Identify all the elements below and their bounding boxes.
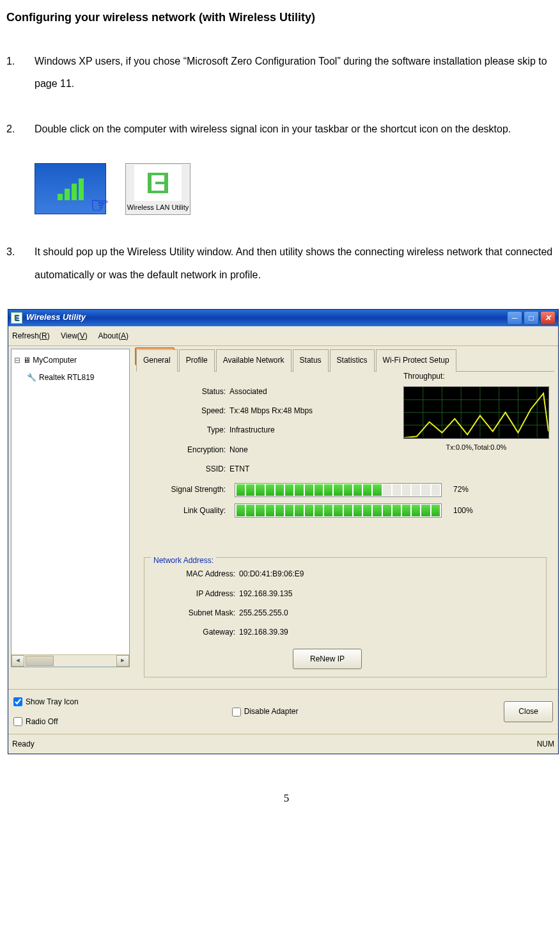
show-tray-icon-checkbox[interactable]: Show Tray Icon [13,693,79,710]
radio-off-checkbox[interactable]: Radio Off [13,713,79,730]
link-quality-pct: 100% [453,502,473,519]
encryption-label: Encryption: [144,441,229,458]
step-3: 3. It should pop up the Wireless Utility… [6,241,560,285]
window-titlebar[interactable]: E Wireless Utility ─ □ ✕ [8,310,558,326]
step-text: Windows XP users, if you chose “Microsof… [35,50,560,95]
ssid-label: SSID: [144,461,229,477]
statusbar: Ready NUM [8,734,558,754]
tab-general[interactable]: General [136,349,178,371]
mask-value: 255.255.255.0 [239,605,288,621]
wireless-utility-window: E Wireless Utility ─ □ ✕ Refresh(R) View… [8,309,559,755]
desktop-shortcut-icon[interactable]: Wireless LAN Utility [125,163,191,215]
link-quality-label: Link Quality: [144,502,229,519]
menu-about[interactable]: About(A) [98,331,128,340]
speed-value: Tx:48 Mbps Rx:48 Mbps [229,402,313,419]
tree-root[interactable]: 🖥 MyComputer [13,352,128,368]
menu-refresh[interactable]: Refresh(R) [12,331,50,340]
step-2: 2. Double click on the computer with wir… [6,118,560,140]
close-window-button[interactable]: ✕ [540,311,556,325]
page-heading: Configuring your wireless network (with … [6,5,560,31]
tab-status[interactable]: Status [293,349,329,371]
general-pane: Status:Associated Speed:Tx:48 Mbps Rx:48… [136,376,554,686]
desktop-shortcut-label: Wireless LAN Utility [126,202,190,214]
icons-row: ☞ Wireless LAN Utility [35,163,560,215]
type-value: Infrastructure [229,422,275,438]
step-number: 2. [6,118,35,140]
tree-adapter[interactable]: 🔧 Realtek RTL819 [13,369,128,386]
network-address-group: Network Address: MAC Address:00:D0:41:B9… [144,557,547,677]
menu-view[interactable]: View(V) [61,331,88,340]
type-label: Type: [144,422,229,438]
statusbar-text: Ready [12,736,35,752]
ip-value: 192.168.39.135 [239,585,292,602]
step-text: Double click on the computer with wirele… [35,118,560,140]
throughput-label: Throughput: [403,368,549,384]
step-number: 1. [6,50,35,95]
wireless-utility-logo-icon [134,165,182,201]
window-icon: E [11,312,22,324]
encryption-value: None [229,441,248,458]
throughput-footer: Tx:0.0%,Total:0.0% [403,439,549,455]
tree-scrollbar[interactable]: ◄ ► [12,654,129,667]
bottom-options: Show Tray Icon Radio Off Disable Adapter… [8,689,558,734]
throughput-panel: Throughput: Tx:0.0%,Total:0.0% [403,368,549,455]
step-number: 3. [6,241,35,285]
page-number: 5 [6,786,560,810]
speed-label: Speed: [144,402,229,419]
menubar: Refresh(R) View(V) About(A) [8,326,558,346]
signal-strength-pct: 72% [453,481,469,498]
status-label: Status: [144,383,229,400]
step-text: It should pop up the Wireless Utility wi… [35,241,560,285]
scroll-thumb[interactable] [26,656,54,666]
tab-available-network[interactable]: Available Network [216,349,292,371]
maximize-button[interactable]: □ [524,311,539,325]
status-value: Associated [229,383,267,400]
ip-label: IP Address: [152,585,239,602]
disable-adapter-checkbox[interactable]: Disable Adapter [232,703,299,720]
minimize-button[interactable]: ─ [507,311,522,325]
window-title: Wireless Utility [26,308,86,327]
tab-profile[interactable]: Profile [179,349,215,371]
tab-statistics[interactable]: Statistics [330,349,375,371]
taskbar-tray-icon[interactable]: ☞ [35,163,106,214]
pointer-hand-icon: ☞ [90,181,109,229]
device-tree[interactable]: 🖥 MyComputer 🔧 Realtek RTL819 ◄ ► [11,349,130,667]
renew-ip-button[interactable]: ReNew IP [293,649,362,669]
signal-icon [58,177,84,200]
mac-value: 00:D0:41:B9:06:E9 [239,566,304,582]
gateway-label: Gateway: [152,624,239,640]
signal-strength-label: Signal Strength: [144,481,229,498]
statusbar-num: NUM [537,736,554,752]
network-address-legend: Network Address: [151,552,216,569]
gateway-value: 192.168.39.39 [239,624,288,640]
ssid-value: ETNT [229,461,249,477]
link-quality-bar [235,503,442,518]
svg-rect-3 [152,175,155,191]
mask-label: Subnet Mask: [152,605,239,621]
scroll-left-icon[interactable]: ◄ [12,655,24,667]
throughput-graph [403,386,549,439]
step-1: 1. Windows XP users, if you chose “Micro… [6,50,560,95]
close-button[interactable]: Close [504,701,553,722]
signal-strength-bar [235,483,442,497]
scroll-right-icon[interactable]: ► [116,655,129,667]
